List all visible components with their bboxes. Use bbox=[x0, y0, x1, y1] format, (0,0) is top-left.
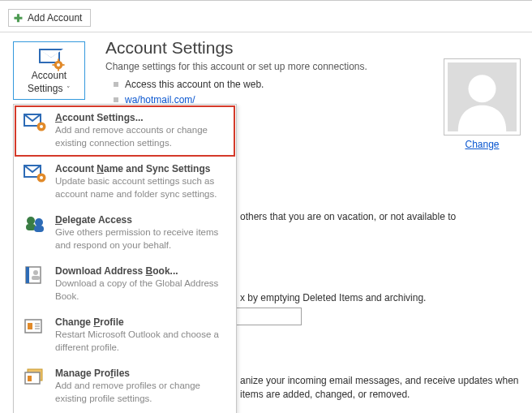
add-account-button[interactable]: ✚ Add Account bbox=[8, 9, 91, 27]
menu-item-change-profile[interactable]: Change Profile Restart Microsoft Outlook… bbox=[15, 310, 235, 361]
svg-point-1 bbox=[56, 63, 59, 67]
menu-item-desc: Update basic account settings such as ac… bbox=[55, 175, 227, 200]
svg-rect-25 bbox=[32, 276, 40, 280]
change-avatar-link[interactable]: Change bbox=[442, 139, 522, 150]
sync-icon bbox=[23, 163, 47, 186]
menu-item-manage-profiles[interactable]: Manage Profiles Add and remove profiles … bbox=[15, 361, 235, 412]
svg-point-14 bbox=[40, 125, 43, 128]
svg-rect-5 bbox=[62, 64, 64, 66]
menu-item-desc: Add and remove profiles or change existi… bbox=[55, 380, 227, 405]
svg-rect-3 bbox=[58, 69, 59, 71]
svg-rect-21 bbox=[34, 226, 44, 232]
account-settings-button[interactable]: Account Settings ˅ bbox=[13, 41, 85, 100]
account-settings-label-2: Settings bbox=[28, 83, 62, 94]
manage-profiles-icon bbox=[23, 368, 47, 390]
vacation-text: others that you are on vacation, or not … bbox=[240, 210, 475, 224]
svg-point-19 bbox=[35, 218, 43, 226]
divider bbox=[0, 32, 532, 32]
account-settings-icon bbox=[37, 47, 62, 68]
menu-item-delegate[interactable]: Delegate Access Give others permission t… bbox=[15, 208, 235, 259]
svg-rect-2 bbox=[58, 58, 59, 61]
profile-icon bbox=[23, 316, 47, 339]
menu-item-account-settings[interactable]: Account Settings... Add and remove accou… bbox=[15, 105, 235, 157]
menu-item-title: Account Name and Sync Settings bbox=[55, 163, 227, 174]
avatar-box: Change bbox=[442, 58, 522, 150]
menu-item-desc: Restart Microsoft Outlook and choose a d… bbox=[55, 329, 227, 354]
menu-item-title: Manage Profiles bbox=[55, 368, 227, 379]
svg-rect-32 bbox=[25, 372, 40, 384]
account-settings-menu: Account Settings... Add and remove accou… bbox=[13, 104, 237, 413]
address-book-icon bbox=[23, 265, 47, 288]
chevron-down-icon: ˅ bbox=[64, 85, 71, 93]
svg-point-17 bbox=[40, 176, 43, 179]
menu-item-title: Delegate Access bbox=[55, 214, 227, 226]
avatar-placeholder bbox=[448, 62, 517, 131]
svg-rect-23 bbox=[26, 267, 29, 283]
account-settings-label-1: Account bbox=[32, 70, 66, 81]
archive-text: x by emptying Deleted Items and archivin… bbox=[240, 291, 475, 305]
menu-item-desc: Give others permission to receive items … bbox=[55, 226, 227, 252]
rules-text: anize your incoming email messages, and … bbox=[240, 374, 524, 402]
avatar-border bbox=[444, 58, 521, 136]
plus-icon: ✚ bbox=[14, 13, 23, 24]
menu-item-title: Account Settings... bbox=[55, 112, 227, 123]
menu-item-title: Download Address Book... bbox=[55, 265, 227, 277]
page: ✚ Add Account Account Settings ˅ Mail bbox=[0, 0, 532, 413]
svg-point-24 bbox=[33, 270, 38, 275]
gear-icon bbox=[53, 59, 64, 71]
svg-rect-4 bbox=[52, 64, 54, 66]
add-account-label: Add Account bbox=[28, 12, 82, 24]
person-icon bbox=[448, 62, 517, 131]
svg-point-18 bbox=[27, 217, 35, 225]
svg-rect-27 bbox=[28, 323, 32, 329]
delegate-icon bbox=[23, 214, 47, 237]
svg-point-11 bbox=[469, 75, 496, 102]
menu-item-download-address-book[interactable]: Download Address Book... Download a copy… bbox=[15, 259, 235, 310]
svg-rect-33 bbox=[28, 376, 32, 381]
page-title: Account Settings bbox=[105, 38, 522, 58]
menu-item-desc: Download a copy of the Global Address Bo… bbox=[55, 277, 227, 303]
menu-item-desc: Add and remove accounts or change existi… bbox=[55, 124, 227, 149]
menu-item-name-sync[interactable]: Account Name and Sync Settings Update ba… bbox=[15, 157, 235, 208]
account-settings-icon bbox=[23, 112, 47, 135]
menu-item-title: Change Profile bbox=[55, 316, 227, 328]
